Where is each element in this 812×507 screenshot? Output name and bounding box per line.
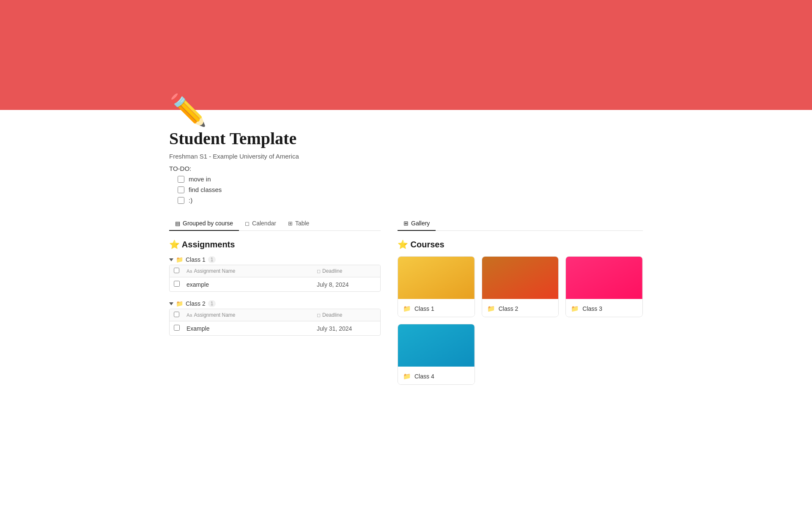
tab-grouped-by-course[interactable]: ▤ Grouped by course: [169, 217, 239, 231]
course-thumb-4: [398, 324, 475, 367]
group-class1-name: Class 1: [186, 256, 206, 263]
courses-panel: ⊞ Gallery ⭐ Courses: [398, 217, 643, 385]
course-thumb-3: [566, 257, 642, 299]
row-check-cell-2: [174, 325, 187, 332]
header-deadline-col: ◻ Deadline: [317, 268, 376, 274]
course-card-label-1: 📁 Class 1: [398, 301, 475, 317]
tab-gallery[interactable]: ⊞ Gallery: [398, 217, 436, 231]
course-name-3: Class 3: [582, 305, 602, 312]
gallery-tabs: ⊞ Gallery: [398, 217, 643, 231]
group-class1-count: 1: [208, 256, 216, 263]
todo-item-3: :): [178, 197, 643, 204]
table-icon: ⊞: [288, 220, 293, 227]
calendar-icon: ◻: [245, 220, 250, 227]
todo-text-1: move in: [189, 175, 211, 183]
courses-title: ⭐ Courses: [398, 239, 444, 249]
group-class2-header[interactable]: 📁 Class 2 1: [169, 300, 381, 307]
todo-item-2: find classes: [178, 186, 643, 193]
courses-grid: 📁 Class 1: [398, 256, 643, 385]
group-class2-table-header: Aa Assignment Name ◻ Deadline: [170, 309, 380, 321]
gallery-icon: ⊞: [403, 220, 409, 227]
table-row-2: Example July 31, 2024: [170, 321, 380, 335]
course-emoji-2: 📁: [487, 305, 495, 312]
svg-rect-1: [482, 257, 559, 299]
tab-grouped-label: Grouped by course: [183, 220, 233, 227]
row-deadline-cell: July 8, 2024: [317, 281, 376, 288]
header-name-col-2: Aa Assignment Name: [187, 312, 317, 318]
course-card-label-4: 📁 Class 4: [398, 368, 475, 384]
tab-table-label: Table: [295, 220, 309, 227]
header-checkbox[interactable]: [174, 268, 179, 273]
grouped-icon: ▤: [175, 220, 180, 227]
two-col-layout: ▤ Grouped by course ◻ Calendar ⊞ Table ⭐…: [169, 217, 643, 385]
group-class1-toggle[interactable]: [169, 258, 173, 261]
hero-banner: [0, 0, 812, 110]
course-name-4: Class 4: [414, 373, 434, 380]
group-class2-table: Aa Assignment Name ◻ Deadline Example: [169, 309, 381, 336]
todo-checkbox-3[interactable]: [178, 197, 184, 204]
svg-rect-2: [566, 257, 642, 299]
assignments-panel: ▤ Grouped by course ◻ Calendar ⊞ Table ⭐…: [169, 217, 381, 344]
group-class2-count: 1: [208, 300, 216, 307]
course-name-1: Class 1: [414, 305, 434, 312]
todo-checkbox-2[interactable]: [178, 186, 184, 193]
name-type-icon: Aa: [187, 269, 192, 274]
course-name-2: Class 2: [499, 305, 518, 312]
page-content: ✏️ Student Template Freshman S1 - Exampl…: [131, 95, 681, 410]
todo-label: TO-DO:: [169, 165, 643, 172]
row-deadline-cell-2: July 31, 2024: [317, 325, 376, 332]
svg-rect-0: [398, 257, 475, 299]
course-card-3[interactable]: 📁 Class 3: [565, 256, 643, 317]
group-class2: 📁 Class 2 1 Aa Assignment Name: [169, 300, 381, 336]
row-name-cell-2[interactable]: Example: [187, 325, 317, 332]
course-emoji-1: 📁: [403, 305, 411, 312]
header-name-col: Aa Assignment Name: [187, 268, 317, 274]
todo-list: move in find classes :): [169, 175, 643, 204]
header-deadline-label: Deadline: [322, 268, 342, 274]
course-thumb-1: [398, 257, 475, 299]
class1-folder-icon: 📁: [176, 256, 183, 263]
todo-text-2: find classes: [189, 186, 222, 193]
course-emoji-4: 📁: [403, 373, 411, 380]
group-class1-table: Aa Assignment Name ◻ Deadline example: [169, 265, 381, 292]
header-check-col-2: [174, 312, 187, 318]
row-name-cell[interactable]: example: [187, 281, 317, 288]
group-class2-toggle[interactable]: [169, 302, 173, 305]
row-check-cell: [174, 281, 187, 288]
todo-item-1: move in: [178, 175, 643, 183]
group-class1-table-header: Aa Assignment Name ◻ Deadline: [170, 265, 380, 277]
assignments-title: ⭐ Assignments: [169, 239, 235, 249]
todo-text-3: :): [189, 197, 192, 204]
course-card-label-2: 📁 Class 2: [482, 301, 559, 317]
header-name-label-2: Assignment Name: [194, 312, 235, 318]
tab-calendar[interactable]: ◻ Calendar: [239, 217, 282, 231]
deadline-type-icon-2: ◻: [317, 312, 321, 318]
page-subtitle: Freshman S1 - Example University of Amer…: [169, 153, 643, 160]
svg-rect-3: [398, 324, 475, 367]
course-emoji-3: 📁: [571, 305, 579, 312]
header-check-col: [174, 268, 187, 274]
class2-folder-icon: 📁: [176, 300, 183, 307]
deadline-type-icon: ◻: [317, 269, 321, 274]
header-name-label: Assignment Name: [194, 268, 235, 274]
group-class2-name: Class 2: [186, 300, 206, 307]
course-thumb-2: [482, 257, 559, 299]
table-row: example July 8, 2024: [170, 277, 380, 291]
header-deadline-col-2: ◻ Deadline: [317, 312, 376, 318]
assignments-header: ⭐ Assignments: [169, 239, 381, 249]
row-checkbox[interactable]: [174, 281, 180, 287]
gallery-tab-label: Gallery: [411, 220, 430, 227]
header-checkbox-2[interactable]: [174, 312, 179, 317]
group-class1-header[interactable]: 📁 Class 1 1: [169, 256, 381, 263]
tab-table[interactable]: ⊞ Table: [282, 217, 315, 231]
course-card-2[interactable]: 📁 Class 2: [482, 256, 559, 317]
todo-checkbox-1[interactable]: [178, 176, 184, 183]
course-card-1[interactable]: 📁 Class 1: [398, 256, 475, 317]
course-card-4[interactable]: 📁 Class 4: [398, 324, 475, 385]
course-card-label-3: 📁 Class 3: [566, 301, 642, 317]
tab-calendar-label: Calendar: [252, 220, 276, 227]
page-title: Student Template: [169, 129, 643, 148]
name-type-icon-2: Aa: [187, 312, 192, 318]
row-checkbox-2[interactable]: [174, 325, 180, 331]
assignments-tabs: ▤ Grouped by course ◻ Calendar ⊞ Table: [169, 217, 381, 231]
